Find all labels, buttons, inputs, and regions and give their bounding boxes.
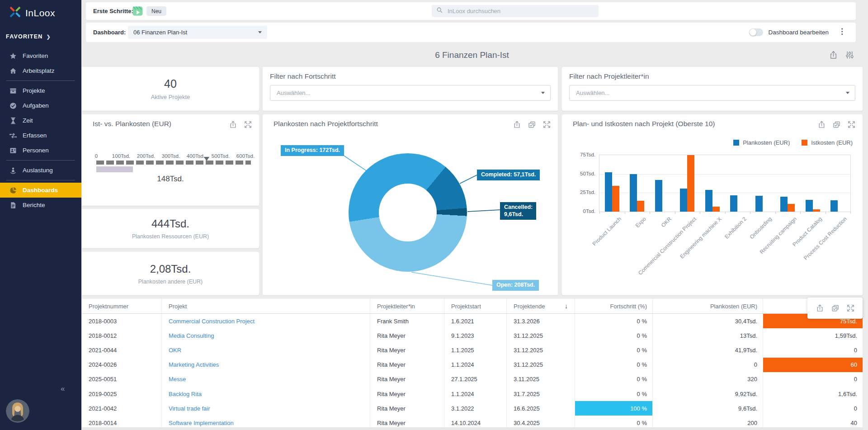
column-header-fortschritt[interactable]: Fortschritt (%) [575, 299, 653, 313]
bar-process-cost-reduction-plan[interactable] [830, 200, 838, 212]
donut-callout-completed[interactable]: Completed: 57,1Tsd. [477, 170, 540, 180]
project-link[interactable]: Messe [169, 376, 186, 383]
active-projects-card[interactable]: 40 Aktive Projekte [82, 67, 259, 111]
cell-projektleiter: Rita Meyer [370, 372, 444, 387]
bar-recruiting-campaign-ist[interactable] [788, 204, 795, 212]
cell-projektstart: 1.1.2024 [444, 358, 507, 372]
bar-exhibition-2-plan[interactable] [730, 195, 737, 212]
export-icon[interactable] [229, 120, 237, 129]
donut-callout-open[interactable]: Open: 208Tsd. [492, 280, 539, 291]
legend-item-istkosten-eur: Istkosten (EUR) [802, 139, 853, 146]
favorites-header[interactable]: FAVORITEN ❯ [6, 33, 51, 40]
cell-projektnummer: 2021-0042 [82, 401, 162, 416]
export-icon[interactable] [829, 50, 838, 60]
donut-callout-cancelled[interactable]: Cancelled: 9,6Tsd. [500, 202, 536, 220]
sidebar-item-auslastung[interactable]: Auslastung [0, 163, 81, 178]
sidebar-item-erfassen[interactable]: Erfassen [0, 128, 81, 143]
expand-icon[interactable] [542, 120, 551, 129]
bar-okr-plan[interactable] [655, 180, 662, 212]
bar-recruiting-campaign-plan[interactable] [780, 197, 788, 212]
table-row: 2019-0025Backlog RitaRita Meyer1.1.20243… [82, 387, 863, 401]
erste-schritte-label: Erste Schritte: [93, 2, 133, 20]
donut-callout-in-progress[interactable]: In Progress: 172Tsd. [281, 145, 344, 156]
bar-commercial-construction-project-ist[interactable] [687, 155, 694, 212]
project-link[interactable]: Backlog Rita [169, 391, 202, 397]
filter-progress-title: Filter nach Fortschritt [270, 72, 336, 80]
bar-onboarding-plan[interactable] [755, 196, 763, 212]
project-link[interactable]: Software Implementation [169, 420, 234, 426]
sidebar-item-favoriten[interactable]: Favoriten [0, 48, 81, 63]
getting-started-video-icon[interactable] [132, 6, 143, 16]
edit-toggle-wrap: Dashboard bearbeiten [749, 23, 829, 42]
column-header-projektstart[interactable]: Projektstart [444, 299, 507, 313]
bar-commercial-construction-project-plan[interactable] [680, 189, 687, 212]
export-icon[interactable] [513, 120, 521, 129]
project-link[interactable]: OKR [169, 347, 181, 354]
column-header-plankosten-eur[interactable]: Plankosten (EUR) [653, 299, 763, 313]
search-input[interactable] [447, 7, 580, 15]
more-options-icon[interactable]: ⋮ [838, 27, 846, 36]
export-icon[interactable] [816, 304, 824, 312]
bar-engineering-machine-x-ist[interactable] [712, 207, 720, 212]
bar-engineering-machine-x-plan[interactable] [705, 190, 712, 212]
chevron-down-icon [258, 31, 262, 33]
select-data-icon[interactable] [831, 304, 840, 312]
gauge-card: Ist- vs. Plankosten (EUR) 0100Tsd.200Tsd… [82, 114, 259, 206]
project-link[interactable]: Marketing Activities [169, 361, 219, 368]
sidebar-item-zeit[interactable]: Zeit [0, 113, 81, 128]
export-icon[interactable] [817, 120, 826, 129]
category-label: Product Launch [591, 216, 622, 247]
dashboard-edit-toggle[interactable] [749, 28, 763, 36]
sidebar-item-aufgaben[interactable]: Aufgaben [0, 98, 81, 113]
cell-istkosten: 0 [763, 372, 863, 387]
bar-product-catalog-plan[interactable] [806, 200, 813, 212]
bar-expo-plan[interactable] [630, 174, 637, 212]
page-title: 6 Finanzen Plan-Ist [81, 50, 863, 60]
cell-fortschritt: 0 % [575, 387, 653, 401]
cell-projektstart: 1.1.2024 [444, 387, 507, 401]
sidebar-item-projekte[interactable]: Projekte [0, 83, 81, 98]
table-scrollbar[interactable] [82, 427, 863, 430]
filter-progress-input[interactable] [276, 89, 541, 97]
select-data-icon[interactable] [528, 120, 536, 129]
sidebar-collapse-button[interactable]: « [61, 384, 65, 393]
bar-chart-plot[interactable] [599, 155, 851, 212]
bar-product-launch-ist[interactable] [612, 186, 619, 212]
column-header-projekt[interactable]: Projekt [162, 299, 370, 313]
project-link[interactable]: Commercial Construction Project [169, 318, 255, 325]
donut-chart[interactable] [349, 153, 467, 272]
filter-leader-dropdown[interactable] [569, 85, 855, 101]
column-header-projektleiter-in[interactable]: Projektleiter*in [370, 299, 444, 313]
bar-product-launch-plan[interactable] [605, 172, 612, 212]
cell-istkosten: 1,59Tsd. [763, 328, 863, 343]
plankosten-ressourcen-card[interactable]: 444Tsd. Plankosten Ressourcen (EUR) [82, 209, 259, 248]
project-link[interactable]: Media Consulting [169, 332, 214, 339]
plankosten-andere-card[interactable]: 2,08Tsd. Plankosten andere (EUR) [82, 252, 259, 295]
expand-icon[interactable] [244, 120, 252, 129]
sidebar-item-personen[interactable]: Personen [0, 143, 81, 158]
gridline [599, 193, 850, 193]
dashboard-select[interactable]: 06 Finanzen Plan-Ist [128, 26, 267, 39]
filter-progress-dropdown[interactable] [270, 85, 551, 101]
chevron-right-icon: ❯ [46, 34, 51, 40]
sidebar-item-arbeitsplatz[interactable]: Arbeitsplatz [0, 63, 81, 78]
expand-icon[interactable] [846, 304, 855, 312]
sliders-icon[interactable] [845, 50, 854, 60]
column-header-label: Projektstart [451, 303, 481, 310]
neu-badge[interactable]: Neu [146, 6, 166, 16]
project-link[interactable]: Virtual trade fair [169, 405, 210, 412]
cell-istkosten: 1,6Tsd. [763, 387, 863, 401]
filter-leader-input[interactable] [575, 89, 846, 97]
inloox-logo[interactable]: InLoox [9, 6, 55, 20]
x-axis-tick [826, 212, 826, 214]
legend-swatch [802, 140, 807, 146]
select-data-icon[interactable] [832, 120, 841, 129]
user-avatar[interactable] [6, 399, 29, 423]
bar-expo-ist[interactable] [637, 201, 644, 212]
sidebar-item-berichte[interactable]: Berichte [0, 198, 81, 213]
sidebar-item-dashboards[interactable]: Dashboards [0, 183, 81, 198]
bar-product-catalog-ist[interactable] [813, 209, 820, 212]
column-header-projektende[interactable]: Projektende↓ [507, 299, 575, 313]
column-header-projektnummer[interactable]: Projektnummer [82, 299, 162, 313]
expand-icon[interactable] [847, 120, 856, 129]
